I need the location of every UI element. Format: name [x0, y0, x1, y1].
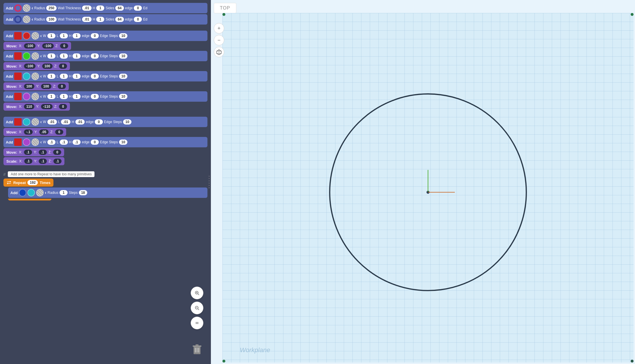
esteps-label-c2: Edge Steps	[100, 54, 118, 58]
l-val-c1: 1	[60, 33, 68, 38]
radius-label-2: Radius	[34, 17, 45, 21]
w-label-c2: W	[43, 54, 46, 58]
edge-label-s1: edge	[86, 120, 94, 124]
h-label-c4: H	[69, 94, 72, 99]
l-val-s2: .1	[60, 140, 68, 145]
comment-slash: //	[3, 172, 5, 177]
x-val-m1: -100	[24, 43, 36, 49]
move-label-2: Move:	[6, 64, 17, 68]
edge-val-c1: 0	[91, 33, 99, 38]
y-val-sc2: .1	[39, 159, 47, 164]
l-val-c4: 1	[60, 94, 68, 99]
trash-icon	[192, 343, 202, 355]
small-stripe-1	[31, 118, 39, 126]
trash-button[interactable]	[191, 343, 203, 355]
esteps-val-c3: 10	[119, 74, 127, 79]
x-label-ms1: X:	[19, 130, 22, 134]
small-color-2	[23, 138, 30, 146]
x-val-ms1: -.1	[24, 129, 33, 135]
view-label: TOP	[214, 3, 236, 13]
equals-btn[interactable]	[191, 317, 203, 329]
esteps-val-s1: 10	[123, 119, 131, 125]
color-circle-2	[23, 52, 30, 60]
shape-icon-donut-2	[14, 16, 22, 23]
move-row-4: Move: X: 110 Y: -110 Z: 0	[3, 103, 70, 111]
edge-val-s2: 0	[91, 140, 99, 145]
l-label-c1: L	[57, 34, 59, 38]
h-val-c4: 1	[73, 94, 81, 99]
view-minus-btn[interactable]: −	[214, 35, 224, 45]
z-val-sc2: .1	[53, 159, 62, 164]
z-label-ms1: Z:	[50, 130, 53, 134]
x-val-sc2: .1	[24, 159, 32, 164]
x-label-sc2: X:	[19, 159, 22, 163]
l-val-c2: 1	[60, 53, 68, 59]
cube-row-2: Add ‹ W 1 L 1 H 1 edge 0 Edge Steps 10	[3, 51, 207, 61]
h-label-2: H	[93, 17, 95, 21]
chevron-cube-1: ‹	[40, 33, 42, 38]
repeat-icon	[6, 180, 12, 185]
right-panel: TOP Workplane + −	[211, 0, 635, 364]
l-label-c4: L	[57, 94, 59, 99]
y-label-sc2: Y:	[34, 159, 37, 163]
radius-label-ri: Radius	[48, 191, 58, 195]
h-val-c3: 1	[73, 74, 81, 79]
chevron-s1: ‹	[40, 119, 42, 125]
small-cube-row-1: Add ‹ W .01 L .01 H .01 edge 0 Edge Step…	[3, 117, 207, 127]
stripe-icon-1	[23, 4, 30, 12]
z-label-ms2: Z:	[49, 150, 52, 154]
left-panel: Add ‹ Radius 250 Wall Thickness .01 H 1 …	[0, 0, 211, 364]
repeat-inner: Add ‹ Radius 1 Steps 18	[8, 187, 207, 200]
small-cube-row-2: Add ‹ W .1 L .1 H .1 edge 0 Edge Steps 1…	[3, 137, 207, 147]
h-val-s1: .01	[75, 119, 85, 125]
repeat-footer	[8, 199, 51, 200]
h-label-c1: H	[69, 34, 72, 38]
x-label-m1: X:	[19, 44, 22, 48]
wallthick-label-2: Wall Thickness	[58, 17, 81, 21]
w-val-c1: 1	[47, 33, 55, 38]
cube-icon-4	[14, 93, 22, 100]
edge-label-c4: edge	[82, 94, 90, 99]
edge-val-c4: 0	[91, 94, 99, 99]
sides-val-2: 64	[115, 17, 124, 22]
add-label-2: Add	[6, 17, 13, 22]
color-circle-1	[23, 32, 30, 40]
h-val-c2: 1	[73, 53, 81, 59]
radius-val-2: 100	[46, 17, 57, 22]
zoom-out-btn[interactable]	[191, 302, 203, 314]
x-val-m2: -100	[24, 64, 36, 69]
svg-line-3	[198, 294, 199, 295]
z-val-m3: 0	[58, 84, 66, 89]
z-val-ms2: 0	[53, 150, 61, 155]
view-plus-btn[interactable]: +	[214, 23, 224, 34]
w-val-s1: .01	[47, 119, 57, 125]
stripe-icon-2	[23, 16, 30, 23]
repeat-inner-row: Add ‹ Radius 1 Steps 18	[8, 187, 207, 198]
small-cube-icon-2	[14, 138, 22, 146]
esteps-val-c2: 10	[119, 53, 127, 59]
repeat-times: 192	[27, 180, 38, 185]
z-label-m4: Z:	[54, 105, 57, 109]
zoom-controls	[191, 287, 203, 329]
small-cube-icon-1	[14, 118, 22, 126]
h-val-s2: .1	[73, 140, 81, 145]
grid-canvas[interactable]: Workplane	[222, 13, 634, 363]
h-label-c3: H	[69, 74, 72, 78]
y-val-m3: 100	[41, 84, 51, 89]
steps-label-ri: Steps	[69, 191, 78, 195]
repeat-block[interactable]: Repeat 192 Times	[3, 179, 53, 187]
wallthick-val-1: .01	[82, 5, 92, 11]
move-row-3: Move: X: 100 Y: 100 Z: 0	[3, 82, 69, 90]
view-3d-btn[interactable]	[214, 47, 224, 57]
z-label-sc2: Z:	[49, 159, 52, 163]
chevron-cube-4: ‹	[40, 94, 42, 99]
esteps-label-c3: Edge Steps	[100, 74, 118, 78]
move-label-4: Move:	[6, 105, 17, 109]
x-val-ms2: .1	[24, 150, 32, 155]
y-label-ms2: Y:	[34, 150, 37, 154]
zoom-in-btn[interactable]	[191, 287, 203, 299]
esteps-val-c4: 10	[119, 94, 127, 99]
l-label-c3: L	[57, 74, 59, 78]
w-val-c3: 1	[47, 74, 55, 79]
edge-val-s1: 0	[95, 119, 103, 125]
